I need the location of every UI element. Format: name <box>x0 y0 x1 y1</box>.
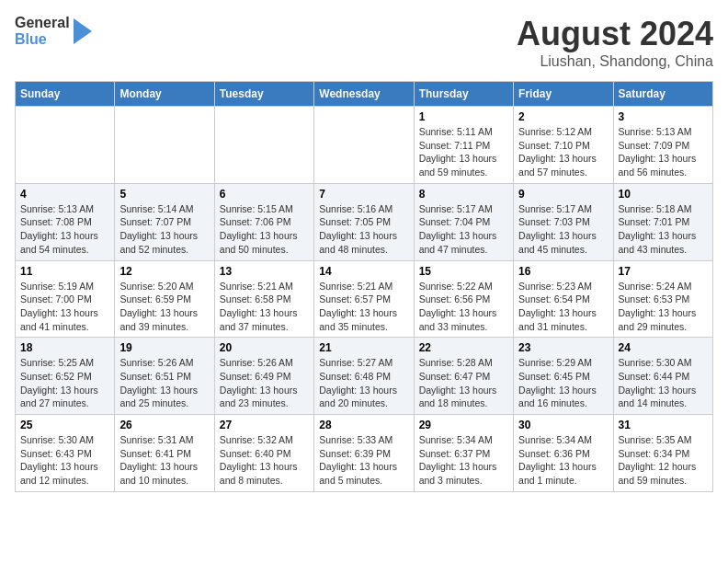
header-cell-tuesday: Tuesday <box>214 82 313 107</box>
day-info: Sunrise: 5:17 AMSunset: 7:03 PMDaylight:… <box>518 202 608 257</box>
day-info: Sunrise: 5:33 AMSunset: 6:39 PMDaylight:… <box>319 433 408 488</box>
calendar-cell: 30Sunrise: 5:34 AMSunset: 6:36 PMDayligh… <box>514 415 613 492</box>
day-number: 14 <box>319 265 408 278</box>
day-number: 18 <box>20 341 109 354</box>
day-number: 11 <box>20 265 109 278</box>
calendar-cell: 3Sunrise: 5:13 AMSunset: 7:09 PMDaylight… <box>613 107 712 184</box>
calendar-cell: 7Sunrise: 5:16 AMSunset: 7:05 PMDaylight… <box>314 183 414 260</box>
calendar-cell: 28Sunrise: 5:33 AMSunset: 6:39 PMDayligh… <box>314 415 414 492</box>
day-info: Sunrise: 5:26 AMSunset: 6:49 PMDaylight:… <box>220 356 309 410</box>
calendar-cell: 14Sunrise: 5:21 AMSunset: 6:57 PMDayligh… <box>314 260 414 338</box>
calendar-cell: 20Sunrise: 5:26 AMSunset: 6:49 PMDayligh… <box>214 338 313 415</box>
day-number: 12 <box>119 265 209 278</box>
day-info: Sunrise: 5:31 AMSunset: 6:41 PMDaylight:… <box>119 433 209 488</box>
day-number: 28 <box>319 419 408 431</box>
calendar-cell: 31Sunrise: 5:35 AMSunset: 6:34 PMDayligh… <box>613 415 712 492</box>
calendar-cell: 16Sunrise: 5:23 AMSunset: 6:54 PMDayligh… <box>514 260 613 338</box>
day-info: Sunrise: 5:28 AMSunset: 6:47 PMDaylight:… <box>419 356 508 410</box>
day-number: 5 <box>119 188 209 201</box>
logo: General Blue <box>15 15 92 47</box>
title-block: August 2024 Liushan, Shandong, China <box>517 15 713 70</box>
day-info: Sunrise: 5:23 AMSunset: 6:54 PMDaylight:… <box>518 280 608 334</box>
day-number: 15 <box>419 265 508 278</box>
day-number: 25 <box>20 419 109 431</box>
header-cell-monday: Monday <box>115 82 214 107</box>
day-info: Sunrise: 5:20 AMSunset: 6:59 PMDaylight:… <box>119 280 209 334</box>
day-info: Sunrise: 5:19 AMSunset: 7:00 PMDaylight:… <box>20 280 109 334</box>
day-number: 21 <box>319 341 408 354</box>
svg-marker-0 <box>74 18 92 44</box>
calendar-week-row: 11Sunrise: 5:19 AMSunset: 7:00 PMDayligh… <box>16 260 713 338</box>
calendar-cell: 19Sunrise: 5:26 AMSunset: 6:51 PMDayligh… <box>115 338 214 415</box>
day-number: 23 <box>518 341 608 354</box>
calendar-cell: 10Sunrise: 5:18 AMSunset: 7:01 PMDayligh… <box>613 183 712 260</box>
calendar-cell: 2Sunrise: 5:12 AMSunset: 7:10 PMDaylight… <box>514 107 613 184</box>
day-info: Sunrise: 5:35 AMSunset: 6:34 PMDaylight:… <box>619 433 708 488</box>
day-number: 6 <box>220 188 309 201</box>
day-number: 3 <box>619 110 708 123</box>
day-info: Sunrise: 5:34 AMSunset: 6:36 PMDaylight:… <box>518 433 608 488</box>
page-title: August 2024 <box>517 15 713 53</box>
day-info: Sunrise: 5:18 AMSunset: 7:01 PMDaylight:… <box>619 202 708 257</box>
calendar-cell: 18Sunrise: 5:25 AMSunset: 6:52 PMDayligh… <box>16 338 115 415</box>
day-info: Sunrise: 5:13 AMSunset: 7:09 PMDaylight:… <box>619 125 708 179</box>
day-info: Sunrise: 5:15 AMSunset: 7:06 PMDaylight:… <box>220 202 309 257</box>
calendar-cell: 22Sunrise: 5:28 AMSunset: 6:47 PMDayligh… <box>414 338 513 415</box>
header-cell-friday: Friday <box>514 82 613 107</box>
day-info: Sunrise: 5:30 AMSunset: 6:43 PMDaylight:… <box>20 433 109 488</box>
calendar-cell: 27Sunrise: 5:32 AMSunset: 6:40 PMDayligh… <box>214 415 313 492</box>
calendar-cell <box>115 107 214 184</box>
page-subtitle: Liushan, Shandong, China <box>517 53 713 70</box>
calendar-cell <box>314 107 414 184</box>
day-info: Sunrise: 5:26 AMSunset: 6:51 PMDaylight:… <box>119 356 209 410</box>
calendar-cell: 8Sunrise: 5:17 AMSunset: 7:04 PMDaylight… <box>414 183 513 260</box>
day-number: 27 <box>220 419 309 431</box>
day-number: 26 <box>119 419 209 431</box>
calendar-cell: 25Sunrise: 5:30 AMSunset: 6:43 PMDayligh… <box>16 415 115 492</box>
day-info: Sunrise: 5:16 AMSunset: 7:05 PMDaylight:… <box>319 202 408 257</box>
day-number: 13 <box>220 265 309 278</box>
calendar-cell: 5Sunrise: 5:14 AMSunset: 7:07 PMDaylight… <box>115 183 214 260</box>
day-number: 20 <box>220 341 309 354</box>
day-number: 17 <box>619 265 708 278</box>
day-info: Sunrise: 5:24 AMSunset: 6:53 PMDaylight:… <box>619 280 708 334</box>
calendar-cell: 15Sunrise: 5:22 AMSunset: 6:56 PMDayligh… <box>414 260 513 338</box>
day-number: 7 <box>319 188 408 201</box>
day-number: 1 <box>419 110 508 123</box>
calendar-cell: 12Sunrise: 5:20 AMSunset: 6:59 PMDayligh… <box>115 260 214 338</box>
day-number: 30 <box>518 419 608 431</box>
calendar-body: 1Sunrise: 5:11 AMSunset: 7:11 PMDaylight… <box>16 107 713 492</box>
day-info: Sunrise: 5:13 AMSunset: 7:08 PMDaylight:… <box>20 202 109 257</box>
calendar-week-row: 4Sunrise: 5:13 AMSunset: 7:08 PMDaylight… <box>16 183 713 260</box>
day-info: Sunrise: 5:14 AMSunset: 7:07 PMDaylight:… <box>119 202 209 257</box>
day-number: 29 <box>419 419 508 431</box>
day-info: Sunrise: 5:29 AMSunset: 6:45 PMDaylight:… <box>518 356 608 410</box>
day-info: Sunrise: 5:21 AMSunset: 6:58 PMDaylight:… <box>220 280 309 334</box>
day-number: 24 <box>619 341 708 354</box>
header-cell-sunday: Sunday <box>16 82 115 107</box>
header-cell-wednesday: Wednesday <box>314 82 414 107</box>
header-cell-thursday: Thursday <box>414 82 513 107</box>
page-header: General Blue August 2024 Liushan, Shando… <box>15 15 713 70</box>
calendar-cell: 6Sunrise: 5:15 AMSunset: 7:06 PMDaylight… <box>214 183 313 260</box>
calendar-cell: 24Sunrise: 5:30 AMSunset: 6:44 PMDayligh… <box>613 338 712 415</box>
calendar-week-row: 18Sunrise: 5:25 AMSunset: 6:52 PMDayligh… <box>16 338 713 415</box>
day-number: 2 <box>518 110 608 123</box>
calendar-cell <box>214 107 313 184</box>
day-info: Sunrise: 5:11 AMSunset: 7:11 PMDaylight:… <box>419 125 508 179</box>
calendar-cell: 23Sunrise: 5:29 AMSunset: 6:45 PMDayligh… <box>514 338 613 415</box>
calendar-cell <box>16 107 115 184</box>
calendar-cell: 26Sunrise: 5:31 AMSunset: 6:41 PMDayligh… <box>115 415 214 492</box>
calendar-cell: 29Sunrise: 5:34 AMSunset: 6:37 PMDayligh… <box>414 415 513 492</box>
calendar-week-row: 25Sunrise: 5:30 AMSunset: 6:43 PMDayligh… <box>16 415 713 492</box>
day-number: 22 <box>419 341 508 354</box>
calendar-cell: 11Sunrise: 5:19 AMSunset: 7:00 PMDayligh… <box>16 260 115 338</box>
calendar-cell: 1Sunrise: 5:11 AMSunset: 7:11 PMDaylight… <box>414 107 513 184</box>
calendar-week-row: 1Sunrise: 5:11 AMSunset: 7:11 PMDaylight… <box>16 107 713 184</box>
day-info: Sunrise: 5:22 AMSunset: 6:56 PMDaylight:… <box>419 280 508 334</box>
calendar-table: SundayMondayTuesdayWednesdayThursdayFrid… <box>15 81 713 492</box>
header-cell-saturday: Saturday <box>613 82 712 107</box>
day-info: Sunrise: 5:34 AMSunset: 6:37 PMDaylight:… <box>419 433 508 488</box>
calendar-cell: 4Sunrise: 5:13 AMSunset: 7:08 PMDaylight… <box>16 183 115 260</box>
day-number: 8 <box>419 188 508 201</box>
